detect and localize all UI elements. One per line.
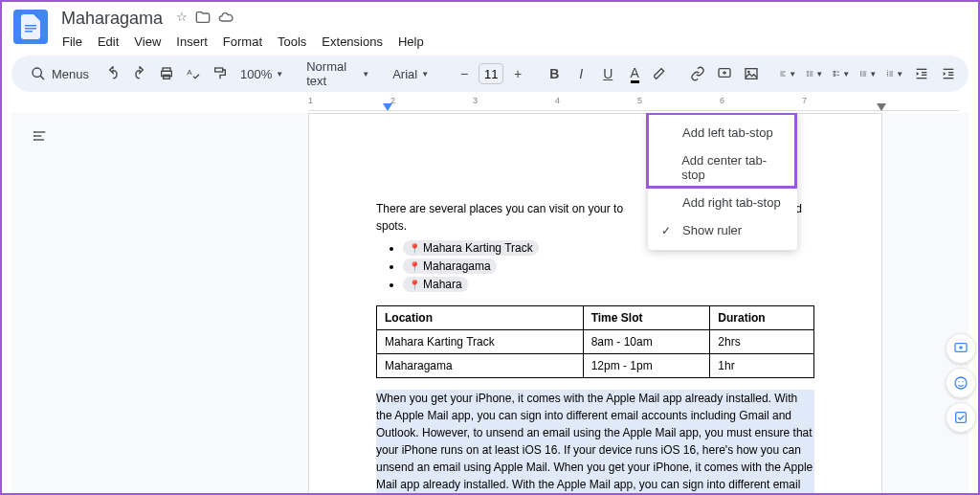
svg-point-22 — [860, 71, 861, 72]
svg-point-3 — [33, 68, 41, 77]
font-increase[interactable]: + — [505, 61, 530, 86]
document-canvas: There are several places you can visit o… — [11, 113, 969, 493]
outline-toggle[interactable] — [27, 123, 54, 149]
svg-line-4 — [40, 76, 44, 79]
menu-bar: File Edit View Insert Format Tools Exten… — [56, 29, 431, 54]
suggest-fab[interactable] — [946, 402, 976, 433]
indent-button[interactable] — [936, 61, 961, 86]
paint-format-button[interactable] — [208, 61, 233, 86]
menu-insert[interactable]: Insert — [169, 31, 214, 53]
svg-rect-20 — [834, 75, 835, 77]
document-title[interactable]: Maharagama — [56, 7, 168, 31]
star-icon[interactable]: ☆ — [176, 10, 188, 28]
ruler-area: 1 2 3 4 5 6 7 — [2, 96, 978, 115]
outdent-button[interactable] — [909, 61, 934, 86]
svg-point-47 — [33, 139, 35, 141]
location-chip[interactable]: 📍Maharagama — [403, 259, 497, 274]
checklist-button[interactable]: ▼ — [829, 61, 854, 86]
image-button[interactable] — [739, 61, 764, 86]
comment-button[interactable] — [712, 61, 737, 86]
selected-paragraph: When you get your iPhone, it comes with … — [376, 390, 814, 493]
menu-show-ruler[interactable]: ✓Show ruler — [648, 216, 797, 244]
table-header: Time Slot — [583, 306, 710, 330]
undo-button[interactable] — [100, 61, 125, 86]
toolbar: Menus A 100%▼ Normal text▼ Arial▼ − + B … — [11, 56, 969, 92]
svg-point-24 — [860, 73, 861, 74]
menu-view[interactable]: View — [127, 31, 167, 53]
svg-rect-7 — [164, 75, 170, 79]
docs-logo[interactable] — [13, 10, 48, 44]
bullet-list-button[interactable]: ▼ — [856, 61, 880, 86]
svg-point-46 — [33, 135, 35, 137]
ruler[interactable]: 1 2 3 4 5 6 7 — [308, 96, 959, 111]
search-icon — [31, 66, 46, 81]
menu-edit[interactable]: Edit — [91, 31, 125, 53]
svg-point-45 — [33, 131, 35, 133]
pin-icon: 📍 — [409, 280, 420, 290]
menu-tools[interactable]: Tools — [271, 31, 313, 53]
svg-point-14 — [747, 71, 750, 74]
line-spacing-button[interactable]: ▼ — [802, 61, 827, 86]
search-menus[interactable]: Menus — [21, 63, 99, 84]
style-select[interactable]: Normal text▼ — [301, 61, 375, 86]
svg-point-52 — [958, 381, 959, 382]
svg-point-53 — [962, 381, 963, 382]
table-row: Maharagama 12pm - 1pm 1hr — [377, 354, 814, 378]
menu-add-center-tab[interactable]: Add center tab-stop — [648, 146, 797, 189]
text-color-button[interactable]: A — [622, 61, 647, 86]
redo-button[interactable] — [127, 61, 152, 86]
print-button[interactable] — [154, 61, 179, 86]
italic-button[interactable]: I — [568, 61, 593, 86]
location-chip[interactable]: 📍Mahara Karting Track — [403, 240, 539, 256]
menu-add-right-tab[interactable]: Add right tab-stop — [648, 189, 797, 216]
table-header: Duration — [710, 306, 814, 330]
emoji-fab[interactable] — [946, 368, 976, 398]
underline-button[interactable]: U — [595, 61, 620, 86]
link-button[interactable] — [685, 61, 710, 86]
menu-file[interactable]: File — [56, 31, 89, 53]
svg-rect-9 — [215, 68, 223, 72]
list-item: 📍Mahara — [403, 277, 814, 292]
schedule-table: Location Time Slot Duration Mahara Karti… — [376, 305, 814, 378]
svg-rect-2 — [25, 31, 33, 33]
add-comment-fab[interactable] — [946, 333, 976, 364]
check-icon: ✓ — [661, 224, 675, 237]
svg-point-51 — [955, 377, 967, 389]
pin-icon: 📍 — [409, 261, 420, 272]
pin-icon: 📍 — [409, 243, 420, 254]
svg-rect-1 — [25, 28, 36, 30]
svg-rect-13 — [746, 69, 757, 79]
font-size-input[interactable] — [479, 63, 503, 84]
table-header: Location — [377, 306, 584, 330]
zoom-select[interactable]: 100%▼ — [234, 61, 289, 86]
table-row: Mahara Karting Track 8am - 10am 2hrs — [377, 330, 814, 354]
svg-rect-54 — [956, 413, 967, 423]
menu-add-left-tab[interactable]: Add left tab-stop — [648, 119, 797, 146]
svg-text:A: A — [187, 68, 192, 77]
font-decrease[interactable]: − — [452, 61, 477, 86]
spellcheck-button[interactable]: A — [181, 61, 206, 86]
move-folder-icon[interactable] — [195, 10, 211, 28]
bold-button[interactable]: B — [542, 61, 567, 86]
location-chip[interactable]: 📍Mahara — [403, 277, 468, 292]
svg-rect-0 — [25, 25, 36, 27]
ruler-context-menu: Add left tab-stop Add center tab-stop Ad… — [648, 113, 797, 250]
align-button[interactable]: ▼ — [775, 61, 800, 86]
floating-actions — [946, 333, 976, 433]
header: Maharagama ☆ File Edit View Insert Forma… — [2, 2, 978, 56]
search-label: Menus — [52, 67, 89, 81]
font-select[interactable]: Arial▼ — [387, 61, 440, 86]
highlight-button[interactable] — [649, 61, 674, 86]
list-item: 📍Maharagama — [403, 259, 814, 274]
svg-rect-18 — [834, 71, 835, 73]
cloud-status-icon[interactable] — [218, 10, 234, 28]
menu-extensions[interactable]: Extensions — [315, 31, 390, 53]
menu-format[interactable]: Format — [216, 31, 269, 53]
numbered-list-button[interactable]: 123▼ — [882, 61, 907, 86]
indent-marker-right[interactable] — [877, 103, 886, 111]
menu-help[interactable]: Help — [391, 31, 431, 53]
svg-point-26 — [860, 75, 861, 76]
